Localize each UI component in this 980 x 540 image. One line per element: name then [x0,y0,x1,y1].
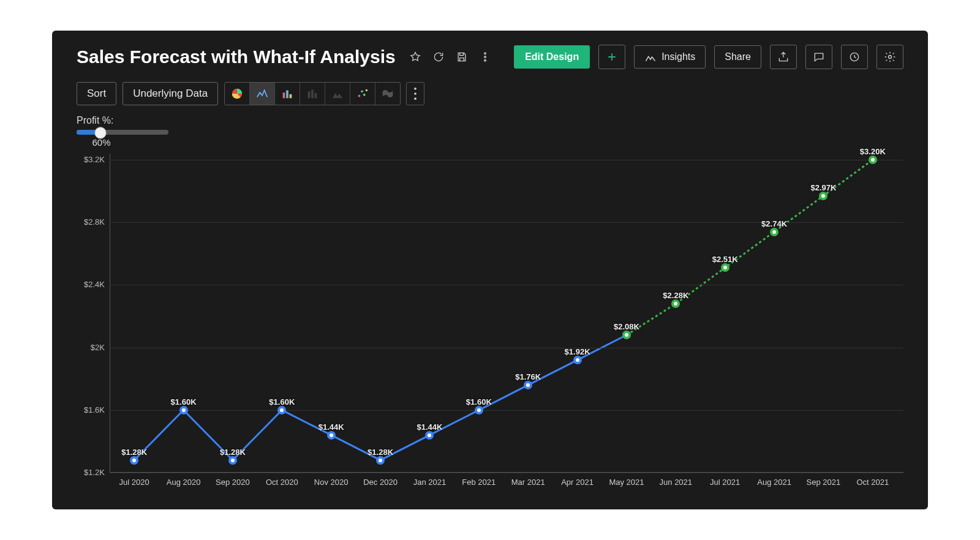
actual-point[interactable] [475,406,483,414]
x-tick-label: Sep 2020 [216,478,250,487]
x-tick-label: Jan 2021 [413,478,447,487]
svg-point-17 [414,92,417,95]
x-tick-label: Nov 2020 [314,478,349,487]
sort-button[interactable]: Sort [77,82,116,105]
data-label: $1.28K [121,448,147,457]
forecast-point[interactable] [622,331,631,339]
y-tick-label: $2.8K [77,217,105,227]
comment-icon[interactable] [805,45,832,69]
edit-design-button[interactable]: Edit Design [514,45,590,69]
underlying-data-button[interactable]: Underlying Data [123,82,218,105]
slider-thumb[interactable] [94,127,107,139]
x-tick-label: Sep 2021 [807,478,841,487]
slider-track[interactable] [77,130,168,135]
actual-point[interactable] [228,456,237,465]
chart-type-switcher [224,82,401,105]
svg-point-1 [484,56,486,58]
export-icon[interactable] [770,45,797,69]
x-tick-label: Oct 2021 [856,478,889,487]
x-tick-label: May 2021 [609,478,644,487]
alert-icon[interactable] [841,45,868,69]
chart-type-map-icon[interactable] [375,83,400,105]
x-tick-label: Aug 2021 [757,478,791,487]
header: Sales Forecast with What-If Analysis Edi… [77,43,903,71]
actual-point[interactable] [376,456,385,465]
slider-label: Profit %: [77,115,903,126]
data-label: $1.44K [417,422,442,432]
analytics-app: { "header": { "title": "Sales Forecast w… [52,31,928,509]
data-label: $1.76K [515,372,541,381]
data-label: $1.28K [368,448,393,457]
chart-type-pie-icon[interactable] [225,83,250,105]
svg-rect-10 [311,90,314,99]
chart-type-area-icon[interactable] [325,83,350,105]
actual-point[interactable] [130,456,138,465]
data-label: $1.28K [220,448,246,457]
y-tick-label: $1.6K [77,405,105,414]
more-icon[interactable] [478,50,492,64]
toolbar: Sort Underlying Data [77,82,903,105]
grid-line [110,348,903,348]
data-label: $1.92K [565,347,590,356]
actual-point[interactable] [277,406,286,414]
svg-point-2 [484,60,486,62]
data-label: $2.28K [663,291,688,300]
forecast-point[interactable] [819,192,827,200]
forecast-point[interactable] [770,228,778,236]
actual-point[interactable] [425,431,434,440]
svg-point-15 [366,89,368,92]
x-tick-label: Mar 2021 [511,478,545,487]
page-title: Sales Forecast with What-If Analysis [77,47,396,67]
chart-type-more-icon[interactable] [406,82,424,105]
forecast-point[interactable] [671,299,680,308]
add-button[interactable] [598,45,625,69]
slider-value: 60% [92,137,904,148]
actual-point[interactable] [573,356,582,364]
svg-rect-7 [286,91,288,99]
sales-forecast-chart: $1.2K$1.6K$2K$2.4K$2.8K$3.2KJul 2020Aug … [77,154,903,491]
x-tick-label: Jun 2021 [660,478,693,487]
favorite-icon[interactable] [408,50,423,64]
data-label: $2.51K [712,255,738,264]
svg-rect-11 [315,93,317,98]
save-icon[interactable] [454,50,469,64]
svg-rect-8 [290,94,292,98]
insights-button[interactable]: Insights [634,45,706,69]
svg-point-16 [414,88,417,90]
y-tick-label: $2K [77,343,105,352]
svg-point-12 [358,95,361,97]
svg-point-4 [889,56,892,59]
x-tick-label: Jul 2020 [119,478,149,487]
svg-point-13 [361,91,363,93]
grid-line [110,285,903,285]
actual-point[interactable] [179,406,188,414]
actual-point[interactable] [524,381,532,389]
chart-type-bar-icon[interactable] [275,83,300,105]
data-label: $1.44K [318,422,344,432]
svg-rect-6 [283,92,285,98]
chart-lines [77,154,903,491]
svg-point-14 [363,94,366,96]
settings-icon[interactable] [876,45,903,69]
x-tick-label: Dec 2020 [363,478,398,487]
forecast-point[interactable] [721,263,729,272]
data-label: $1.60K [466,397,492,407]
actual-point[interactable] [327,431,336,440]
forecast-point[interactable] [869,156,877,164]
chart-type-scatter-icon[interactable] [350,83,375,105]
data-label: $2.97K [810,183,836,192]
x-tick-label: Feb 2021 [462,478,496,487]
grid-line [110,160,903,160]
grid-line [110,473,903,473]
chart-type-line-icon[interactable] [250,83,275,105]
svg-point-0 [484,53,486,54]
svg-rect-9 [308,91,311,98]
y-tick-label: $1.2K [77,468,105,477]
insights-label: Insights [662,51,695,62]
data-label: $1.60K [171,397,197,407]
y-tick-label: $2.4K [77,280,105,289]
share-button[interactable]: Share [714,45,761,69]
data-label: $2.74K [761,219,787,228]
chart-type-stacked-bar-icon[interactable] [300,83,325,105]
refresh-icon[interactable] [431,50,446,64]
